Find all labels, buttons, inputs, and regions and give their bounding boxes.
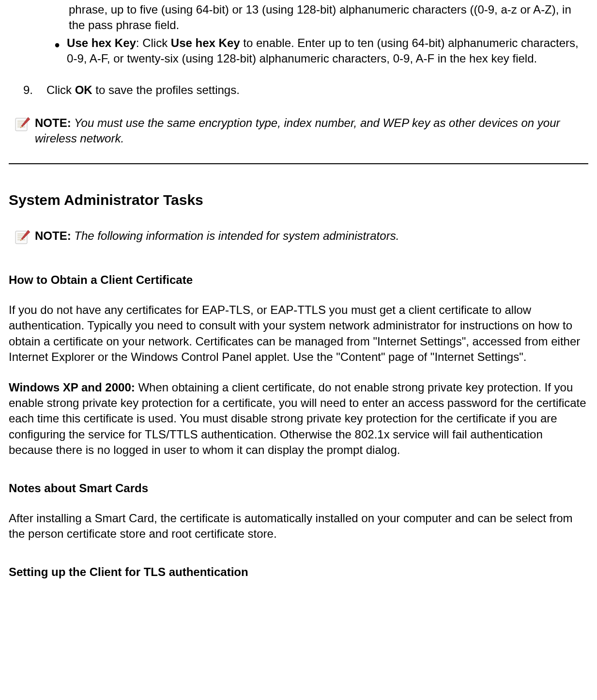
note-text: NOTE: The following information is inten… bbox=[35, 228, 588, 244]
note-body: The following information is intended fo… bbox=[71, 229, 399, 242]
paragraph-smart-cards: After installing a Smart Card, the certi… bbox=[9, 511, 588, 542]
note-block-1: NOTE: You must use the same encryption t… bbox=[15, 115, 588, 147]
svg-rect-0 bbox=[15, 118, 27, 131]
continuation-text: phrase, up to five (using 64-bit) or 13 … bbox=[69, 2, 588, 33]
heading-smart-cards: Notes about Smart Cards bbox=[9, 481, 588, 496]
bullet-marker: ● bbox=[54, 38, 60, 67]
paragraph-cert-info: If you do not have any certificates for … bbox=[9, 302, 588, 365]
note-body: You must use the same encryption type, i… bbox=[35, 116, 560, 145]
hex-key-label-2: Use hex Key bbox=[171, 36, 240, 49]
heading-client-cert: How to Obtain a Client Certificate bbox=[9, 272, 588, 288]
ok-label: OK bbox=[75, 83, 92, 96]
paragraph-windows: Windows XP and 2000: When obtaining a cl… bbox=[9, 380, 588, 458]
pencil-note-icon bbox=[15, 116, 31, 137]
note-label: NOTE: bbox=[35, 116, 71, 129]
note-text: NOTE: You must use the same encryption t… bbox=[35, 115, 588, 147]
text-segment: : Click bbox=[136, 36, 171, 49]
windows-label: Windows XP and 2000: bbox=[9, 381, 135, 394]
horizontal-divider bbox=[9, 163, 588, 164]
text-segment: to save the profiles settings. bbox=[92, 83, 240, 96]
svg-rect-7 bbox=[15, 231, 27, 244]
bullet-content: Use hex Key: Click Use hex Key to enable… bbox=[67, 35, 588, 67]
pencil-note-icon bbox=[15, 229, 31, 249]
note-label: NOTE: bbox=[35, 229, 71, 242]
text-segment: Click bbox=[46, 83, 75, 96]
document-body: phrase, up to five (using 64-bit) or 13 … bbox=[9, 0, 588, 580]
step-9: 9. Click OK to save the profiles setting… bbox=[23, 82, 588, 98]
bullet-item-hex-key: ● Use hex Key: Click Use hex Key to enab… bbox=[54, 35, 588, 67]
heading-sys-admin: System Administrator Tasks bbox=[9, 190, 588, 210]
step-content: Click OK to save the profiles settings. bbox=[46, 82, 588, 98]
hex-key-label: Use hex Key bbox=[67, 36, 136, 49]
step-number: 9. bbox=[23, 82, 43, 98]
note-block-2: NOTE: The following information is inten… bbox=[15, 228, 588, 249]
heading-tls-auth: Setting up the Client for TLS authentica… bbox=[9, 564, 588, 580]
